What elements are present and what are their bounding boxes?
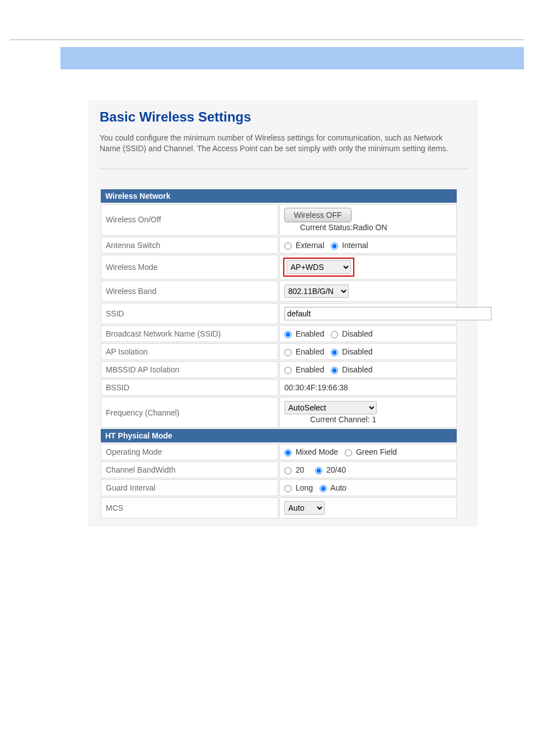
guard-auto-text: Auto — [330, 483, 346, 492]
label-mbssid-isolation: MBSSID AP Isolation — [101, 361, 278, 378]
guard-long-radio[interactable] — [284, 485, 292, 492]
bw-20-label[interactable]: 20 — [284, 465, 306, 474]
antenna-external-text: External — [296, 241, 324, 250]
ap-iso-enabled-radio[interactable] — [284, 349, 292, 356]
wireless-status: Current Status:Radio ON — [300, 223, 387, 232]
broadcast-enabled-radio[interactable] — [284, 331, 292, 338]
row-channel-bandwidth: Channel BandWidth 20 20/40 — [101, 461, 457, 478]
broadcast-disabled-label[interactable]: Disabled — [331, 329, 372, 338]
ap-iso-disabled-radio[interactable] — [331, 349, 338, 356]
bssid-value: 00:30:4F:19:66:38 — [279, 379, 457, 396]
ap-iso-enabled-text: Enabled — [296, 347, 324, 356]
label-mcs: MCS — [101, 497, 278, 519]
row-wireless-band: Wireless Band 802.11B/G/N — [101, 281, 457, 302]
mcs-select[interactable]: Auto — [284, 501, 325, 515]
opmode-green-radio[interactable] — [345, 449, 352, 456]
label-ap-isolation: AP Isolation — [101, 343, 278, 360]
broadcast-enabled-label[interactable]: Enabled — [284, 329, 326, 338]
settings-table: Wireless Network Wireless On/Off Wireles… — [100, 188, 458, 520]
wireless-off-button[interactable]: Wireless OFF — [284, 208, 352, 222]
row-frequency: Frequency (Channel) AutoSelect Current C… — [101, 397, 457, 428]
ap-iso-disabled-label[interactable]: Disabled — [331, 347, 372, 356]
label-operating-mode: Operating Mode — [101, 444, 278, 460]
guard-auto-radio[interactable] — [320, 485, 327, 492]
guard-long-text: Long — [296, 483, 313, 492]
label-channel-bandwidth: Channel BandWidth — [101, 461, 278, 478]
frequency-status: Current Channel: 1 — [310, 415, 376, 424]
mbssid-disabled-radio[interactable] — [331, 367, 338, 374]
row-ap-isolation: AP Isolation Enabled Disabled — [101, 343, 457, 360]
opmode-mixed-label[interactable]: Mixed Mode — [284, 447, 340, 456]
section-divider — [100, 169, 468, 169]
opmode-green-label[interactable]: Green Field — [345, 447, 397, 456]
label-wireless-mode: Wireless Mode — [101, 255, 278, 279]
section-wireless-network: Wireless Network — [101, 189, 457, 203]
section-ht-physical: HT Physical Mode — [101, 429, 457, 442]
page-intro: You could configure the minimum number o… — [100, 133, 458, 154]
broadcast-disabled-text: Disabled — [342, 329, 372, 338]
wireless-mode-select[interactable]: AP+WDS — [287, 260, 351, 274]
antenna-internal-label[interactable]: Internal — [331, 241, 368, 250]
wireless-band-select[interactable]: 802.11B/G/N — [284, 284, 349, 298]
antenna-external-radio[interactable] — [284, 242, 292, 250]
label-wireless-band: Wireless Band — [101, 281, 278, 302]
opmode-mixed-radio[interactable] — [284, 449, 292, 456]
section-heading-ht-physical: HT Physical Mode — [101, 429, 457, 442]
guard-auto-label[interactable]: Auto — [320, 483, 346, 492]
mbssid-enabled-label[interactable]: Enabled — [284, 365, 326, 374]
row-broadcast-ssid: Broadcast Network Name (SSID) Enabled Di… — [101, 325, 457, 342]
label-antenna-switch: Antenna Switch — [101, 237, 278, 254]
row-guard-interval: Guard Interval Long Auto — [101, 479, 457, 496]
ap-iso-disabled-text: Disabled — [342, 347, 372, 356]
bw-2040-radio[interactable] — [315, 467, 322, 474]
label-guard-interval: Guard Interval — [101, 479, 278, 496]
mbssid-disabled-label[interactable]: Disabled — [331, 365, 372, 374]
row-wireless-mode: Wireless Mode AP+WDS — [101, 255, 457, 279]
opmode-green-text: Green Field — [356, 447, 397, 456]
row-ssid: SSID — [101, 303, 457, 324]
label-wireless-onoff: Wireless On/Off — [101, 204, 278, 236]
row-mcs: MCS Auto — [101, 497, 457, 519]
antenna-internal-text: Internal — [342, 241, 368, 250]
label-bssid: BSSID — [101, 379, 278, 396]
mbssid-disabled-text: Disabled — [342, 365, 372, 374]
bw-20-radio[interactable] — [284, 467, 292, 474]
row-mbssid-isolation: MBSSID AP Isolation Enabled Disabled — [101, 361, 457, 378]
mbssid-enabled-radio[interactable] — [284, 367, 292, 374]
wireless-mode-highlight: AP+WDS — [283, 258, 354, 277]
antenna-external-label[interactable]: External — [284, 241, 326, 250]
ssid-input[interactable] — [284, 307, 491, 320]
frequency-select[interactable]: AutoSelect — [284, 401, 377, 414]
ap-iso-enabled-label[interactable]: Enabled — [284, 347, 326, 356]
row-operating-mode: Operating Mode Mixed Mode Green Field — [101, 444, 457, 460]
bw-2040-text: 20/40 — [326, 465, 346, 474]
content-panel: Basic Wireless Settings You could config… — [88, 100, 478, 526]
top-divider — [10, 39, 524, 40]
label-frequency: Frequency (Channel) — [101, 397, 278, 428]
guard-long-label[interactable]: Long — [284, 483, 315, 492]
broadcast-disabled-radio[interactable] — [331, 331, 338, 338]
label-ssid: SSID — [101, 303, 278, 324]
opmode-mixed-text: Mixed Mode — [296, 447, 338, 456]
label-broadcast-ssid: Broadcast Network Name (SSID) — [101, 325, 278, 342]
antenna-internal-radio[interactable] — [331, 242, 338, 250]
bw-20-text: 20 — [296, 465, 305, 474]
row-antenna-switch: Antenna Switch External Internal — [101, 237, 457, 254]
header-blue-bar — [60, 47, 524, 69]
broadcast-enabled-text: Enabled — [296, 329, 324, 338]
row-wireless-onoff: Wireless On/Off Wireless OFF Current Sta… — [101, 204, 457, 236]
row-bssid: BSSID 00:30:4F:19:66:38 — [101, 379, 457, 396]
mbssid-enabled-text: Enabled — [296, 365, 324, 374]
page-title: Basic Wireless Settings — [100, 109, 468, 125]
section-heading-wireless-network: Wireless Network — [101, 189, 457, 203]
bw-2040-label[interactable]: 20/40 — [315, 465, 346, 474]
